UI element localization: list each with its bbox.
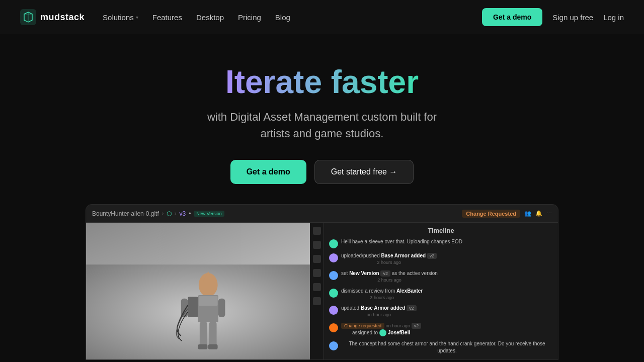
svg-rect-9 (200, 322, 207, 346)
hero-start-button[interactable]: Get started free → (314, 160, 414, 184)
nav-links: Solutions ▾ Features Desktop Pricing Blo… (103, 13, 290, 22)
screenshot-topbar: BountyHunter-alien-0.gltf › ⬡ › v3 • New… (86, 205, 558, 223)
timeline-text: set New Version v2 as the active version (341, 270, 438, 277)
timeline-text: The concept had some chest armor and the… (341, 340, 553, 354)
avatar (329, 253, 338, 262)
breadcrumb-v: v3 (179, 210, 186, 217)
timeline-content: uploaded/pushed Base Armor added v2 2 ho… (341, 252, 437, 266)
navbar: mudstack Solutions ▾ Features Desktop Pr… (0, 0, 644, 34)
timeline-time: 2 hours ago (341, 259, 437, 266)
timeline-time: 2 hours ago (341, 277, 438, 284)
3d-viewport (86, 223, 310, 359)
options-icon: ⋯ (546, 210, 552, 217)
svg-rect-10 (209, 322, 217, 346)
get-demo-button[interactable]: Get a demo (482, 8, 542, 26)
logo-text: mudstack (40, 12, 85, 23)
timeline-text: He'll have a sleeve over that. Uploading… (341, 238, 462, 245)
hero-section: Iterate faster with Digital Asset Manage… (0, 34, 644, 360)
history-icon (313, 241, 321, 249)
breadcrumb-dot: • (189, 210, 191, 217)
subscribers-icon: 👥 (524, 210, 531, 217)
share-icon (313, 255, 321, 263)
info-icon (313, 269, 321, 277)
login-link[interactable]: Log in (603, 13, 624, 22)
timeline-text: updated Base Armor added v2 (341, 305, 417, 312)
chevron-down-icon: ▾ (136, 15, 138, 20)
svg-rect-11 (198, 344, 208, 349)
timeline-title: Timeline (329, 227, 553, 234)
timeline-item: updated Base Armor added v2 on hour ago (329, 305, 553, 318)
timeline-text: Change requested on hour ago v2 (341, 322, 421, 329)
change-requested-badge: Change Requested (462, 210, 520, 218)
timeline-content: set New Version v2 as the active version… (341, 270, 438, 284)
product-screenshot: BountyHunter-alien-0.gltf › ⬡ › v3 • New… (86, 204, 558, 360)
timeline-text: uploaded/pushed Base Armor added v2 (341, 252, 437, 259)
hero-subtitle: with Digital Asset Management custom bui… (207, 109, 437, 142)
timeline-item: Change requested on hour ago v2 assigned… (329, 322, 553, 336)
nav-desktop[interactable]: Desktop (196, 13, 224, 22)
svg-rect-8 (218, 299, 225, 317)
avatar (329, 306, 338, 315)
nav-features[interactable]: Features (152, 13, 182, 22)
logo-icon (20, 9, 36, 25)
breadcrumb-chevron2: › (175, 211, 176, 216)
sidebar-icons (310, 223, 324, 359)
breadcrumb-file: BountyHunter-alien-0.gltf (92, 210, 159, 217)
avatar (329, 341, 338, 350)
new-version-tag: New Version (194, 211, 224, 217)
timeline-item: He'll have a sleeve over that. Uploading… (329, 238, 553, 248)
nav-pricing[interactable]: Pricing (238, 13, 261, 22)
nav-solutions[interactable]: Solutions ▾ (103, 13, 138, 22)
timeline-item: uploaded/pushed Base Armor added v2 2 ho… (329, 252, 553, 266)
timeline-item: The concept had some chest armor and the… (329, 340, 553, 354)
timeline-time: on hour ago (341, 312, 417, 318)
avatar (329, 271, 338, 280)
svg-rect-6 (188, 297, 198, 317)
link-icon (313, 297, 321, 305)
hero-buttons: Get a demo Get started free → (230, 160, 414, 184)
avatar (379, 329, 386, 336)
avatar (329, 239, 338, 248)
bell-icon: 🔔 (535, 210, 542, 217)
timeline-content: The concept had some chest armor and the… (341, 340, 553, 354)
screenshot-body: Timeline He'll have a sleeve over that. … (86, 223, 558, 359)
timeline-time: 3 hours ago (341, 295, 423, 301)
timeline-text: assigned to JosefBell (341, 329, 421, 336)
logo[interactable]: mudstack (20, 9, 85, 25)
hero-demo-button[interactable]: Get a demo (230, 160, 306, 184)
topbar-right: Change Requested 👥 🔔 ⋯ (462, 210, 552, 218)
clock-icon (313, 227, 321, 235)
breadcrumb: BountyHunter-alien-0.gltf › ⬡ › v3 • New… (92, 210, 457, 217)
avatar (329, 289, 338, 298)
timeline-panel: Timeline He'll have a sleeve over that. … (324, 223, 558, 359)
tag-icon (313, 283, 321, 291)
avatar (329, 323, 338, 332)
nav-right: Get a demo Sign up free Log in (482, 8, 624, 26)
timeline-text: dismissed a review from AlexBaxter (341, 288, 423, 295)
nav-blog[interactable]: Blog (275, 13, 290, 22)
timeline-content: He'll have a sleeve over that. Uploading… (341, 238, 462, 248)
svg-rect-12 (208, 344, 218, 349)
timeline-item: set New Version v2 as the active version… (329, 270, 553, 284)
sign-up-link[interactable]: Sign up free (552, 13, 593, 22)
nav-left: mudstack Solutions ▾ Features Desktop Pr… (20, 9, 290, 25)
svg-rect-5 (199, 296, 218, 306)
timeline-content: Change requested on hour ago v2 assigned… (341, 322, 421, 336)
breadcrumb-chevron: › (162, 211, 164, 216)
timeline-content: updated Base Armor added v2 on hour ago (341, 305, 417, 318)
timeline-item: dismissed a review from AlexBaxter 3 hou… (329, 288, 553, 301)
timeline-content: dismissed a review from AlexBaxter 3 hou… (341, 288, 423, 301)
hero-title: Iterate faster (225, 64, 419, 100)
character-svg (86, 223, 310, 359)
breadcrumb-icon: ⬡ (167, 210, 172, 217)
